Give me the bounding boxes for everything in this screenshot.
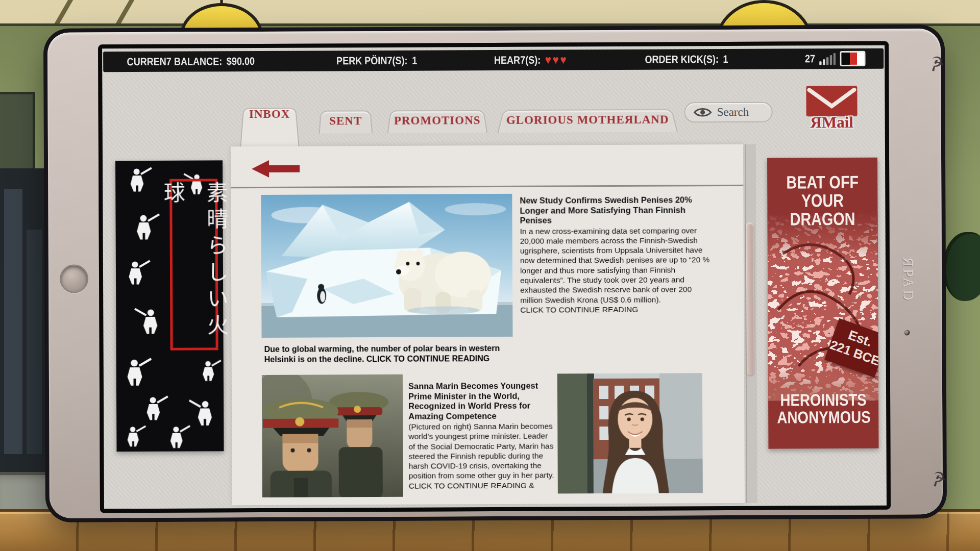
search-label: Search <box>717 106 749 119</box>
tablet-screen: CURREN7 BALANCE: $90.00 PERK PÖIN7(S): 1… <box>98 41 891 513</box>
rmail-logo-text: ЯMail <box>803 113 861 132</box>
window-city-view <box>0 168 51 477</box>
tab-label: PROMOTIONS <box>387 108 487 133</box>
tab-label: INBOX <box>240 102 300 127</box>
kick-label: ORDER KICK(S): <box>645 53 719 66</box>
signal-bars-icon <box>819 53 836 65</box>
perk-value: 1 <box>412 55 417 67</box>
home-button[interactable] <box>60 264 88 293</box>
perk-label: PERK PÖIN7(S): <box>336 55 408 67</box>
article-title: New Study Confirms Swedish Penises 20% L… <box>520 195 709 226</box>
balance-group: CURREN7 BALANCE: $90.00 <box>127 55 255 68</box>
article-image-sanna-marin[interactable] <box>557 373 703 493</box>
kick-group: ORDER KICK(S): 1 <box>645 53 728 66</box>
hammer-sickle-icon: ☭ <box>927 466 950 492</box>
search-button[interactable]: Search <box>684 102 773 123</box>
mail-tab[interactable]: GLORIOUS MOTHEЯLAND <box>498 107 678 133</box>
ad-footer: HEROINISTS ANONYMOUS <box>777 391 870 427</box>
building-silhouette <box>27 230 42 454</box>
mail-tab[interactable]: INBOX <box>240 102 300 150</box>
heart-icon: ♥ <box>560 53 568 66</box>
ad-footer-line1: HEROINISTS <box>777 391 870 409</box>
kick-value: 1 <box>723 53 728 65</box>
inbox-panel: New Study Confirms Swedish Penises 20% L… <box>231 144 745 505</box>
rpad-tablet: ЯPAD ☭ ☭ CURREN7 BALANCE: $90.00 PERK PÖ… <box>47 29 943 518</box>
heart-icon: ♥ <box>545 53 553 67</box>
ad-banner-dragon[interactable]: BEAT OFF YOUR DRAGON Est. 221 BCE HEROIN… <box>767 158 878 449</box>
heart-icon: ♥ <box>553 53 560 66</box>
ad-headline-line2: YOUR DRAGON <box>777 191 868 229</box>
signal-text: 27 <box>804 53 815 65</box>
back-arrow-button[interactable] <box>250 157 301 181</box>
article[interactable]: New Study Confirms Swedish Penises 20% L… <box>520 195 710 315</box>
article-image-officers[interactable] <box>262 374 403 497</box>
plant-silhouette <box>943 232 980 301</box>
divider <box>231 185 743 188</box>
article-cta[interactable]: CLICK TO CONTINUE READING <box>520 305 638 314</box>
mail-app: CURREN7 BALANCE: $90.00 PERK PÖIN7(S): 1… <box>102 45 887 509</box>
tab-label: SENT <box>319 109 373 133</box>
balance-value: $90.00 <box>227 55 255 67</box>
envelope-icon <box>806 86 857 116</box>
balance-label: CURREN7 BALANCE: <box>127 55 223 68</box>
mail-tab[interactable]: SENT <box>319 109 373 133</box>
rpad-brand-label: ЯPAD <box>896 257 916 302</box>
article-title: Sanna Marin Becomes Youngest Prime Minis… <box>408 381 554 421</box>
rmail-logo[interactable]: ЯMail <box>803 86 861 146</box>
hearts-row: ♥♥♥ <box>545 53 568 67</box>
status-bar: CURREN7 BALANCE: $90.00 PERK PÖIN7(S): 1… <box>103 48 884 72</box>
hearts-label: HEAR7(S): <box>494 54 541 66</box>
japanese-text-frame: 素晴らしい火球 <box>169 179 218 350</box>
article-cta[interactable]: CLICK TO CONTINUE READING & <box>409 481 534 490</box>
battery-icon <box>840 51 866 66</box>
ad-banner-samurai[interactable]: 素晴らしい火球 <box>115 160 224 452</box>
perk-group: PERK PÖIN7(S): 1 <box>336 55 417 67</box>
building-silhouette <box>4 189 22 454</box>
article-body: In a new cross-examining data set compar… <box>520 226 710 305</box>
article-caption[interactable]: Due to global warming, the number of pol… <box>264 343 509 364</box>
article[interactable]: Sanna Marin Becomes Youngest Prime Minis… <box>408 381 555 502</box>
japanese-vertical-text: 素晴らしい火球 <box>151 181 237 348</box>
mail-tab[interactable]: PROMOTIONS <box>387 108 487 133</box>
mail-tab-bar: INBOX SENT PROMOTIONS GLORIOUS MOTHEЯLAN… <box>240 107 678 149</box>
hearts-group: HEAR7(S): ♥♥♥ <box>494 53 568 67</box>
article-body: (Pictured on right) Sanna Marin becomes … <box>408 421 555 481</box>
scrollbar-thumb[interactable] <box>746 222 754 375</box>
ad-headline: BEAT OFF YOUR DRAGON <box>777 173 868 229</box>
camera-icon <box>904 330 910 335</box>
ceiling <box>0 0 980 26</box>
ad-footer-line2: ANONYMOUS <box>777 409 870 427</box>
article-image-polar-bear[interactable] <box>261 194 512 338</box>
eye-icon <box>694 107 712 118</box>
tab-label: GLORIOUS MOTHEЯLAND <box>498 107 678 133</box>
ad-headline-line1: BEAT OFF <box>777 173 868 192</box>
device-status-group: 27 <box>804 51 865 67</box>
